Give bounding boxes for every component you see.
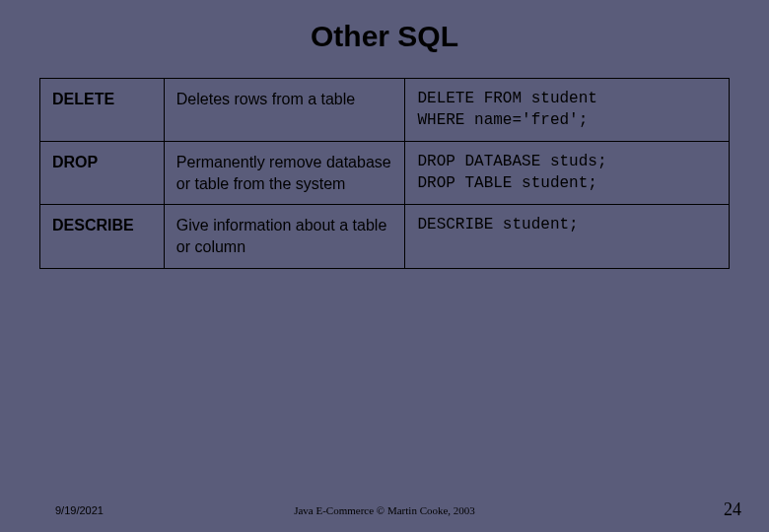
sql-commands-table: DELETE Deletes rows from a table DELETE … (39, 78, 730, 269)
command-name: DROP (40, 142, 165, 205)
slide-title: Other SQL (0, 0, 769, 78)
command-example: DESCRIBE student; (405, 205, 730, 268)
table-row: DELETE Deletes rows from a table DELETE … (40, 79, 730, 142)
command-description: Give information about a table or column (164, 205, 405, 268)
footer-page-number: 24 (724, 499, 741, 520)
command-description: Deletes rows from a table (164, 79, 405, 142)
command-example: DROP DATABASE studs; DROP TABLE student; (405, 142, 730, 205)
command-name: DESCRIBE (40, 205, 165, 268)
footer-date: 9/19/2021 (55, 504, 104, 516)
footer-credit: Java E-Commerce © Martin Cooke, 2003 (294, 504, 475, 516)
table-row: DROP Permanently remove database or tabl… (40, 142, 730, 205)
table-row: DESCRIBE Give information about a table … (40, 205, 730, 268)
command-name: DELETE (40, 79, 165, 142)
slide-footer: 9/19/2021 Java E-Commerce © Martin Cooke… (0, 499, 769, 520)
sql-commands-table-container: DELETE Deletes rows from a table DELETE … (39, 78, 730, 269)
command-description: Permanently remove database or table fro… (164, 142, 405, 205)
command-example: DELETE FROM student WHERE name='fred'; (405, 79, 730, 142)
